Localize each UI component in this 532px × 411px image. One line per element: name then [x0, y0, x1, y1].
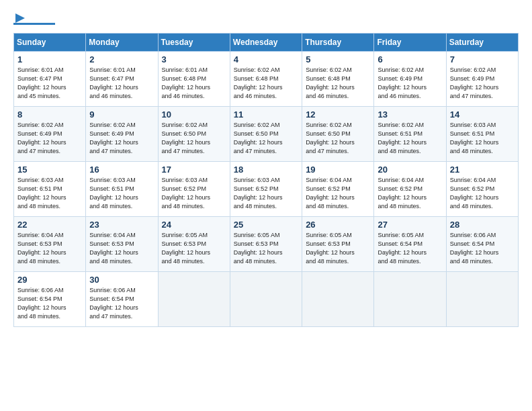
- calendar-table: SundayMondayTuesdayWednesdayThursdayFrid…: [13, 33, 519, 327]
- day-info: Sunrise: 6:05 AM Sunset: 6:54 PM Dayligh…: [378, 231, 443, 266]
- day-number: 22: [17, 220, 83, 230]
- logo-underline: [13, 23, 55, 25]
- day-info: Sunrise: 6:05 AM Sunset: 6:53 PM Dayligh…: [306, 231, 371, 266]
- day-info: Sunrise: 6:04 AM Sunset: 6:52 PM Dayligh…: [306, 176, 371, 211]
- day-info: Sunrise: 6:02 AM Sunset: 6:48 PM Dayligh…: [306, 66, 371, 101]
- day-number: 21: [450, 165, 515, 175]
- calendar-cell: 22Sunrise: 6:04 AM Sunset: 6:53 PM Dayli…: [14, 217, 86, 272]
- weekday-saturday: Saturday: [446, 34, 518, 52]
- day-info: Sunrise: 6:02 AM Sunset: 6:51 PM Dayligh…: [378, 121, 443, 156]
- day-info: Sunrise: 6:01 AM Sunset: 6:48 PM Dayligh…: [162, 66, 227, 101]
- day-number: 17: [162, 165, 227, 175]
- header: [13, 12, 519, 25]
- calendar-cell: [302, 272, 374, 327]
- day-number: 4: [234, 54, 299, 64]
- weekday-friday: Friday: [374, 34, 446, 52]
- weekday-monday: Monday: [86, 34, 158, 52]
- day-info: Sunrise: 6:02 AM Sunset: 6:50 PM Dayligh…: [306, 121, 371, 156]
- day-number: 1: [17, 54, 83, 64]
- day-number: 30: [89, 275, 154, 285]
- day-info: Sunrise: 6:03 AM Sunset: 6:51 PM Dayligh…: [89, 176, 154, 211]
- calendar-week-1: 1Sunrise: 6:01 AM Sunset: 6:47 PM Daylig…: [14, 52, 519, 107]
- day-info: Sunrise: 6:02 AM Sunset: 6:49 PM Dayligh…: [450, 66, 515, 101]
- day-info: Sunrise: 6:03 AM Sunset: 6:52 PM Dayligh…: [162, 176, 227, 211]
- day-number: 18: [234, 165, 299, 175]
- calendar-cell: 2Sunrise: 6:01 AM Sunset: 6:47 PM Daylig…: [86, 52, 158, 107]
- day-info: Sunrise: 6:06 AM Sunset: 6:54 PM Dayligh…: [89, 286, 154, 321]
- day-info: Sunrise: 6:04 AM Sunset: 6:53 PM Dayligh…: [89, 231, 154, 266]
- calendar-cell: 11Sunrise: 6:02 AM Sunset: 6:50 PM Dayli…: [230, 107, 302, 162]
- calendar-cell: 29Sunrise: 6:06 AM Sunset: 6:54 PM Dayli…: [14, 272, 86, 327]
- calendar-cell: 30Sunrise: 6:06 AM Sunset: 6:54 PM Dayli…: [86, 272, 158, 327]
- day-info: Sunrise: 6:03 AM Sunset: 6:51 PM Dayligh…: [450, 121, 515, 156]
- day-info: Sunrise: 6:01 AM Sunset: 6:47 PM Dayligh…: [17, 66, 83, 101]
- day-number: 26: [306, 220, 371, 230]
- calendar-cell: 9Sunrise: 6:02 AM Sunset: 6:49 PM Daylig…: [86, 107, 158, 162]
- day-info: Sunrise: 6:04 AM Sunset: 6:53 PM Dayligh…: [17, 231, 83, 266]
- calendar-cell: 18Sunrise: 6:03 AM Sunset: 6:52 PM Dayli…: [230, 162, 302, 217]
- day-info: Sunrise: 6:03 AM Sunset: 6:51 PM Dayligh…: [17, 176, 83, 211]
- logo: [13, 12, 55, 25]
- calendar-week-3: 15Sunrise: 6:03 AM Sunset: 6:51 PM Dayli…: [14, 162, 519, 217]
- day-info: Sunrise: 6:02 AM Sunset: 6:49 PM Dayligh…: [89, 121, 154, 156]
- day-number: 10: [162, 109, 227, 120]
- calendar-cell: 17Sunrise: 6:03 AM Sunset: 6:52 PM Dayli…: [158, 162, 230, 217]
- weekday-wednesday: Wednesday: [230, 34, 302, 52]
- calendar-cell: 26Sunrise: 6:05 AM Sunset: 6:53 PM Dayli…: [302, 217, 374, 272]
- calendar-cell: [374, 272, 446, 327]
- calendar-cell: 20Sunrise: 6:04 AM Sunset: 6:52 PM Dayli…: [374, 162, 446, 217]
- day-number: 24: [162, 220, 227, 230]
- calendar-cell: 15Sunrise: 6:03 AM Sunset: 6:51 PM Dayli…: [14, 162, 86, 217]
- calendar-cell: 27Sunrise: 6:05 AM Sunset: 6:54 PM Dayli…: [374, 217, 446, 272]
- calendar-cell: 1Sunrise: 6:01 AM Sunset: 6:47 PM Daylig…: [14, 52, 86, 107]
- day-number: 7: [450, 54, 515, 64]
- calendar-cell: 10Sunrise: 6:02 AM Sunset: 6:50 PM Dayli…: [158, 107, 230, 162]
- day-info: Sunrise: 6:02 AM Sunset: 6:50 PM Dayligh…: [234, 121, 299, 156]
- day-number: 3: [162, 54, 227, 64]
- calendar-cell: 4Sunrise: 6:02 AM Sunset: 6:48 PM Daylig…: [230, 52, 302, 107]
- calendar-cell: [446, 272, 518, 327]
- day-number: 23: [89, 220, 154, 230]
- day-info: Sunrise: 6:03 AM Sunset: 6:52 PM Dayligh…: [234, 176, 299, 211]
- day-number: 27: [378, 220, 443, 230]
- day-info: Sunrise: 6:06 AM Sunset: 6:54 PM Dayligh…: [17, 286, 83, 321]
- day-info: Sunrise: 6:02 AM Sunset: 6:50 PM Dayligh…: [162, 121, 227, 156]
- calendar-week-4: 22Sunrise: 6:04 AM Sunset: 6:53 PM Dayli…: [14, 217, 519, 272]
- calendar-cell: 23Sunrise: 6:04 AM Sunset: 6:53 PM Dayli…: [86, 217, 158, 272]
- day-number: 5: [306, 54, 371, 64]
- day-number: 20: [378, 165, 443, 175]
- calendar-cell: 19Sunrise: 6:04 AM Sunset: 6:52 PM Dayli…: [302, 162, 374, 217]
- day-number: 16: [89, 165, 154, 175]
- calendar-cell: 16Sunrise: 6:03 AM Sunset: 6:51 PM Dayli…: [86, 162, 158, 217]
- day-info: Sunrise: 6:06 AM Sunset: 6:54 PM Dayligh…: [450, 231, 515, 266]
- day-info: Sunrise: 6:02 AM Sunset: 6:49 PM Dayligh…: [378, 66, 443, 101]
- calendar-cell: 24Sunrise: 6:05 AM Sunset: 6:53 PM Dayli…: [158, 217, 230, 272]
- day-number: 29: [17, 275, 83, 285]
- calendar-cell: 8Sunrise: 6:02 AM Sunset: 6:49 PM Daylig…: [14, 107, 86, 162]
- day-number: 14: [450, 109, 515, 120]
- day-number: 19: [306, 165, 371, 175]
- calendar-cell: 12Sunrise: 6:02 AM Sunset: 6:50 PM Dayli…: [302, 107, 374, 162]
- page: SundayMondayTuesdayWednesdayThursdayFrid…: [0, 0, 532, 334]
- day-number: 11: [234, 109, 299, 120]
- day-number: 15: [17, 165, 83, 175]
- calendar-cell: [230, 272, 302, 327]
- day-info: Sunrise: 6:05 AM Sunset: 6:53 PM Dayligh…: [162, 231, 227, 266]
- svg-marker-0: [15, 13, 25, 23]
- day-number: 12: [306, 109, 371, 120]
- calendar-week-2: 8Sunrise: 6:02 AM Sunset: 6:49 PM Daylig…: [14, 107, 519, 162]
- day-number: 8: [17, 109, 83, 120]
- day-info: Sunrise: 6:04 AM Sunset: 6:52 PM Dayligh…: [450, 176, 515, 211]
- day-number: 6: [378, 54, 443, 64]
- calendar-cell: 6Sunrise: 6:02 AM Sunset: 6:49 PM Daylig…: [374, 52, 446, 107]
- day-info: Sunrise: 6:05 AM Sunset: 6:53 PM Dayligh…: [234, 231, 299, 266]
- day-number: 13: [378, 109, 443, 120]
- calendar-cell: 5Sunrise: 6:02 AM Sunset: 6:48 PM Daylig…: [302, 52, 374, 107]
- calendar-cell: 28Sunrise: 6:06 AM Sunset: 6:54 PM Dayli…: [446, 217, 518, 272]
- weekday-thursday: Thursday: [302, 34, 374, 52]
- day-number: 28: [450, 220, 515, 230]
- calendar-cell: 14Sunrise: 6:03 AM Sunset: 6:51 PM Dayli…: [446, 107, 518, 162]
- day-info: Sunrise: 6:01 AM Sunset: 6:47 PM Dayligh…: [89, 66, 154, 101]
- calendar-cell: [158, 272, 230, 327]
- day-info: Sunrise: 6:02 AM Sunset: 6:49 PM Dayligh…: [17, 121, 83, 156]
